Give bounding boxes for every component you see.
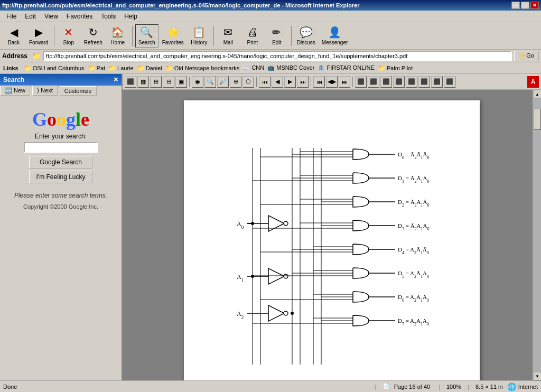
refresh-label: Refresh bbox=[84, 40, 102, 45]
toolbar-sep-2 bbox=[132, 26, 133, 46]
pdf-sep-3 bbox=[311, 77, 311, 87]
menu-edit[interactable]: Edit bbox=[21, 12, 40, 21]
scroll-down-button[interactable]: ▼ bbox=[533, 372, 541, 380]
status-zone: 🌐 Internet bbox=[507, 382, 538, 391]
stop-button[interactable]: ✕ Stop bbox=[57, 24, 80, 48]
pdf-btn-3[interactable]: ⊞ bbox=[150, 76, 162, 88]
pdf-btn-1[interactable]: ⬛ bbox=[125, 76, 136, 88]
menu-favorites[interactable]: Favorites bbox=[62, 12, 97, 21]
link-msnbc[interactable]: 📺 MSNBC Cover bbox=[267, 64, 314, 71]
pdf-btn-23[interactable]: ⬛ bbox=[418, 76, 430, 88]
svg-text:D4 = A2Ā1Ā0: D4 = A2Ā1Ā0 bbox=[398, 246, 429, 255]
pdf-content[interactable]: A0 A1 A2 bbox=[123, 90, 541, 380]
pdf-sep-2 bbox=[256, 77, 257, 87]
svg-text:D7 = A2A1A0: D7 = A2A1A0 bbox=[398, 318, 429, 326]
messenger-button[interactable]: 👤 Messenger bbox=[319, 24, 350, 48]
address-input[interactable] bbox=[43, 51, 512, 61]
search-button[interactable]: 🔍 Search bbox=[135, 24, 158, 48]
title-text: ftp://ftp.prenhall.com/pub/esm/electrica… bbox=[2, 2, 360, 8]
forward-button[interactable]: ▶ Forward bbox=[26, 24, 51, 48]
pdf-btn-5[interactable]: ▣ bbox=[175, 76, 187, 88]
menu-help[interactable]: Help bbox=[120, 12, 142, 21]
maximize-button[interactable]: □ bbox=[521, 2, 529, 9]
feeling-lucky-button[interactable]: I'm Feeling Lucky bbox=[29, 171, 92, 183]
discuss-button[interactable]: 💬 Discuss bbox=[294, 24, 318, 48]
refresh-button[interactable]: ↻ Refresh bbox=[81, 24, 105, 48]
sidebar-close-button[interactable]: ✕ bbox=[113, 76, 118, 83]
pdf-prev-page[interactable]: ◀ bbox=[272, 76, 283, 88]
stop-label: Stop bbox=[63, 40, 74, 45]
menu-file[interactable]: File bbox=[2, 12, 21, 21]
link-daniel[interactable]: 📁Daniel bbox=[137, 64, 162, 72]
svg-text:D2 = Ā2A1Ā0: D2 = Ā2A1Ā0 bbox=[398, 199, 430, 208]
pdf-first-page[interactable]: ⏮ bbox=[259, 76, 270, 88]
pdf-btn-16[interactable]: ◀▶ bbox=[326, 76, 338, 88]
print-icon: 🖨 bbox=[247, 26, 258, 39]
address-label: Address bbox=[2, 52, 27, 60]
pdf-next-page[interactable]: ▶ bbox=[284, 76, 296, 88]
folder-icon-2: 📁 bbox=[88, 64, 96, 72]
google-search-button[interactable]: Google Search bbox=[29, 156, 92, 169]
svg-text:A2: A2 bbox=[237, 310, 244, 320]
pdf-btn-20[interactable]: ⬛ bbox=[380, 76, 392, 88]
messenger-label: Messenger bbox=[322, 40, 348, 45]
history-label: History bbox=[191, 40, 207, 45]
link-firstar[interactable]: 🏦 FIRSTAR ONLINE bbox=[318, 64, 374, 71]
pdf-btn-10[interactable]: ⬡ bbox=[242, 76, 254, 88]
link-osu[interactable]: 📁OSU and Columbus bbox=[24, 64, 85, 72]
pdf-btn-25[interactable]: ⬛ bbox=[444, 76, 455, 88]
link-laurie[interactable]: 📁Laurie bbox=[108, 64, 134, 72]
pdf-btn-6[interactable]: ◉ bbox=[192, 76, 203, 88]
pdf-scrollbar[interactable]: ▲ ▼ bbox=[533, 90, 541, 380]
link-pat[interactable]: 📁Pat bbox=[88, 64, 106, 72]
pdf-btn-22[interactable]: ⬛ bbox=[406, 76, 417, 88]
svg-text:D6 = A2A1Ā0: D6 = A2A1Ā0 bbox=[398, 294, 429, 303]
pdf-btn-9[interactable]: ⊕ bbox=[230, 76, 241, 88]
menu-tools[interactable]: Tools bbox=[97, 12, 120, 21]
new-button[interactable]: 🆕 New bbox=[0, 86, 30, 96]
pdf-btn-4[interactable]: ⊟ bbox=[163, 76, 174, 88]
pdf-btn-15[interactable]: ⏮ bbox=[313, 76, 325, 88]
pdf-btn-21[interactable]: ⬛ bbox=[393, 76, 405, 88]
favorites-button[interactable]: ⭐ Favorites bbox=[160, 24, 186, 48]
next-button[interactable]: ⟩ Next bbox=[32, 86, 58, 96]
menu-view[interactable]: View bbox=[40, 12, 62, 21]
pdf-btn-2[interactable]: ▦ bbox=[137, 76, 149, 88]
pdf-zoom-in[interactable]: 🔍 bbox=[204, 76, 216, 88]
pdf-btn-24[interactable]: ⬛ bbox=[431, 76, 443, 88]
back-button[interactable]: ◀ Back bbox=[2, 24, 25, 48]
close-button[interactable]: ✕ bbox=[530, 2, 539, 9]
page-icon: 📄 bbox=[383, 383, 390, 390]
pdf-btn-19[interactable]: ⬛ bbox=[368, 76, 379, 88]
search-input[interactable] bbox=[24, 142, 98, 153]
folder-icon: 📁 bbox=[24, 64, 32, 72]
pdf-btn-18[interactable]: ⬛ bbox=[355, 76, 367, 88]
pdf-btn-17[interactable]: ⏭ bbox=[339, 76, 350, 88]
history-button[interactable]: 📋 History bbox=[188, 24, 211, 48]
google-logo: Google bbox=[32, 108, 89, 130]
scroll-thumb[interactable] bbox=[534, 109, 541, 130]
toolbar-sep-3 bbox=[213, 26, 214, 46]
home-label: Home bbox=[110, 40, 125, 45]
svg-marker-5 bbox=[268, 268, 284, 284]
link-netscape[interactable]: 📁Old Netscape bookmarks bbox=[165, 64, 240, 72]
go-button[interactable]: ⚡Go bbox=[514, 51, 539, 61]
link-palm[interactable]: 📁Palm Pilot bbox=[378, 64, 413, 72]
minimize-button[interactable]: − bbox=[511, 2, 520, 9]
edit-button[interactable]: ✏ Edit bbox=[265, 24, 288, 48]
logo-o2: o bbox=[57, 109, 66, 130]
link-cnn[interactable]: 📰 CNN bbox=[242, 64, 264, 71]
mail-button[interactable]: ✉ Mail bbox=[217, 24, 240, 48]
internet-icon: 🌐 bbox=[507, 382, 516, 391]
links-label: Links bbox=[3, 65, 18, 71]
stop-icon: ✕ bbox=[64, 26, 73, 39]
pdf-zoom-out[interactable]: 🔎 bbox=[217, 76, 229, 88]
scroll-up-button[interactable]: ▲ bbox=[533, 90, 541, 98]
scroll-track[interactable] bbox=[533, 98, 541, 372]
print-button[interactable]: 🖨 Print bbox=[241, 24, 264, 48]
pdf-last-page[interactable]: ⏭ bbox=[297, 76, 309, 88]
svg-text:D3 = Ā2A1A0: D3 = Ā2A1A0 bbox=[398, 222, 430, 231]
customize-button[interactable]: Customize bbox=[60, 86, 97, 96]
svg-marker-7 bbox=[268, 305, 284, 321]
home-button[interactable]: 🏠 Home bbox=[106, 24, 129, 48]
